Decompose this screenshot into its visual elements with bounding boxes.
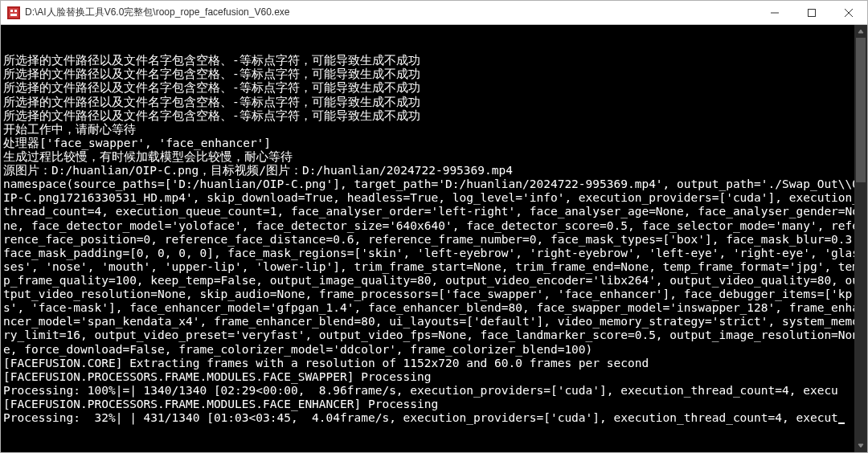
console-line: 开始工作中，请耐心等待	[3, 123, 865, 137]
console-line: 所选择的文件路径以及文件名字包含空格、-等标点字符，可能导致生成不成功	[3, 67, 865, 81]
console-line: namespace(source_paths=['D:/huanlian/OIP…	[3, 178, 865, 356]
console-text: 所选择的文件路径以及文件名字包含空格、-等标点字符，可能导致生成不成功所选择的文…	[3, 54, 865, 425]
svg-rect-3	[14, 10, 17, 12]
scrollbar-up-button[interactable]	[854, 25, 867, 38]
scrollbar-down-button[interactable]	[854, 439, 867, 452]
console-line: 生成过程比较慢，有时候加载模型会比较慢，耐心等待	[3, 150, 865, 164]
vertical-scrollbar[interactable]	[854, 25, 867, 452]
svg-rect-6	[809, 9, 816, 16]
console-line: 处理器['face_swapper', 'face_enhancer']	[3, 137, 865, 150]
svg-rect-2	[10, 10, 13, 12]
app-window: D:\AI人脸替换工具V6.0完整包\roop_rope_facefusion_…	[0, 0, 868, 453]
maximize-button[interactable]	[793, 1, 830, 24]
console-line: Processing: 32%| | 431/1340 [01:03<03:45…	[3, 411, 865, 425]
console-line: [FACEFUSION.CORE] Extracting frames with…	[3, 357, 865, 370]
console-line: 所选择的文件路径以及文件名字包含空格、-等标点字符，可能导致生成不成功	[3, 96, 865, 109]
console-line: [FACEFUSION.PROCESSORS.FRAME.MODULES.FAC…	[3, 370, 865, 384]
titlebar[interactable]: D:\AI人脸替换工具V6.0完整包\roop_rope_facefusion_…	[1, 1, 867, 25]
app-icon	[7, 6, 20, 19]
console-line: 源图片：D:/huanlian/OIP-C.png，目标视频/图片：D:/hua…	[3, 164, 865, 178]
console-line: [FACEFUSION.PROCESSORS.FRAME.MODULES.FAC…	[3, 398, 865, 411]
svg-rect-4	[10, 14, 17, 16]
console-line: 所选择的文件路径以及文件名字包含空格、-等标点字符，可能导致生成不成功	[3, 109, 865, 123]
console-line: 所选择的文件路径以及文件名字包含空格、-等标点字符，可能导致生成不成功	[3, 81, 865, 95]
window-controls	[756, 1, 867, 24]
close-button[interactable]	[830, 1, 867, 24]
scrollbar-thumb[interactable]	[856, 38, 866, 182]
window-title: D:\AI人脸替换工具V6.0完整包\roop_rope_facefusion_…	[25, 6, 756, 19]
text-cursor	[838, 422, 845, 424]
svg-rect-1	[9, 8, 18, 18]
console-line: 所选择的文件路径以及文件名字包含空格、-等标点字符，可能导致生成不成功	[3, 54, 865, 67]
minimize-button[interactable]	[756, 1, 793, 24]
console-output[interactable]: 所选择的文件路径以及文件名字包含空格、-等标点字符，可能导致生成不成功所选择的文…	[1, 25, 867, 452]
svg-marker-10	[858, 444, 863, 447]
svg-marker-9	[858, 30, 863, 33]
console-line: Processing: 100%|=| 1340/1340 [02:29<00:…	[3, 384, 865, 398]
